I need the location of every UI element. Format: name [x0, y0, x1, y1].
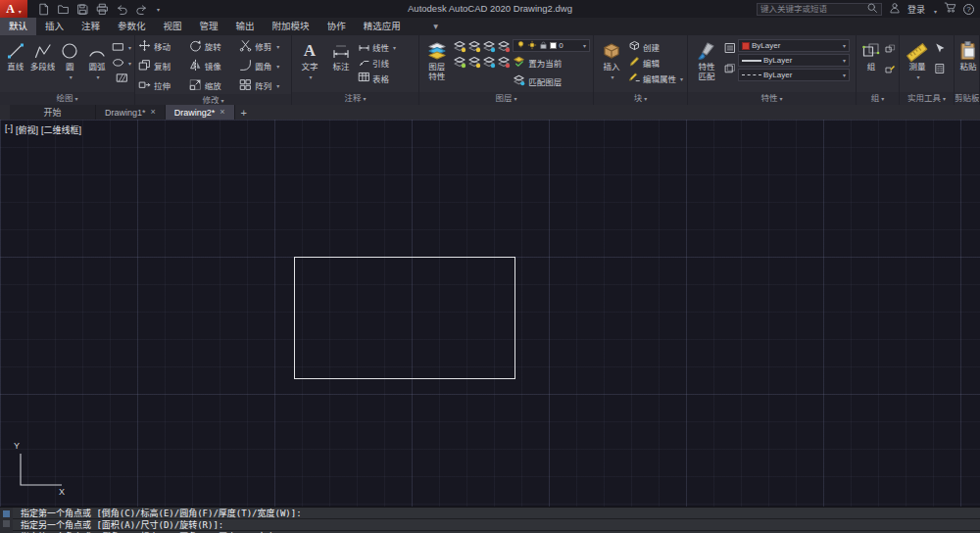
line-button[interactable]: 直线: [3, 37, 28, 73]
panel-label-modify[interactable]: 修改: [135, 94, 291, 105]
leader-button[interactable]: 引线: [358, 55, 396, 70]
visual-style-button[interactable]: [二维线框]: [41, 123, 81, 136]
new-drawing-tab-button[interactable]: +: [235, 105, 253, 120]
drawing-area[interactable]: [-] [俯视] [二维线框] Y X: [0, 120, 980, 507]
circle-button[interactable]: 圆: [58, 37, 83, 82]
insert-block-button[interactable]: 插入: [597, 37, 626, 82]
polyline-button[interactable]: 多段线: [30, 37, 56, 73]
ribbon-tab-parametric[interactable]: 参数化: [109, 18, 155, 35]
panel-label-clipboard[interactable]: 剪贴板: [955, 92, 979, 105]
viewport-menu-button[interactable]: [-]: [5, 123, 13, 136]
create-block-button[interactable]: 创建: [628, 39, 683, 54]
panel-label-draw[interactable]: 绘图: [0, 92, 134, 105]
array-button[interactable]: 阵列: [239, 77, 288, 94]
ribbon-display-toggle-button[interactable]: ▾: [423, 18, 449, 35]
undo-button[interactable]: [116, 3, 128, 16]
copy-button[interactable]: 复制: [138, 58, 187, 74]
layer-freeze-icon[interactable]: [482, 39, 496, 54]
stretch-button[interactable]: 拉伸: [138, 77, 187, 94]
ribbon-tab-featured-apps[interactable]: 精选应用: [355, 18, 410, 35]
move-button[interactable]: 移动: [138, 38, 187, 55]
measure-button[interactable]: 测量: [903, 37, 932, 82]
file-tab-start[interactable]: 开始: [10, 105, 96, 120]
object-color-select[interactable]: ByLayer: [738, 39, 850, 52]
ribbon-tab-insert[interactable]: 插入: [36, 18, 73, 35]
file-tab-drawing1[interactable]: Drawing1*×: [96, 105, 166, 120]
ribbon-tab-home[interactable]: 默认: [0, 18, 36, 35]
match-layer-button[interactable]: 匹配图层: [513, 73, 590, 89]
linetype-select[interactable]: ByLayer: [738, 69, 850, 81]
layer-on-icon[interactable]: [453, 55, 466, 70]
app-menu-button[interactable]: A: [0, 0, 27, 18]
redo-button[interactable]: [135, 3, 148, 16]
panel-label-layers[interactable]: 图层: [419, 92, 593, 105]
layer-off-icon[interactable]: [453, 39, 466, 54]
file-tab-drawing2[interactable]: Drawing2*×: [166, 105, 235, 120]
fillet-button[interactable]: 圆角: [239, 58, 288, 74]
command-prompt-line[interactable]: 指定另一个角点或 [面积(A)/尺寸(D)/旋转(R)]:: [13, 519, 980, 531]
layer-properties-button[interactable]: 图层 特性: [422, 37, 451, 81]
ribbon-tab-addins[interactable]: 附加模块: [264, 18, 318, 35]
help-icon[interactable]: [963, 4, 974, 15]
group-edit-icon[interactable]: [885, 61, 896, 78]
app-store-cart-icon[interactable]: [944, 0, 956, 18]
arc-button[interactable]: 圆弧: [84, 37, 110, 82]
layer-thaw-icon[interactable]: [467, 55, 481, 70]
dimension-button[interactable]: 标注: [326, 37, 356, 73]
plot-button[interactable]: [96, 3, 109, 16]
rectangle-tool-button[interactable]: [112, 40, 131, 53]
panel-label-groups[interactable]: 组: [857, 92, 899, 105]
properties-list-icon[interactable]: [724, 40, 736, 58]
search-icon[interactable]: [866, 0, 878, 18]
linear-dimension-button[interactable]: 线性: [358, 39, 396, 54]
trim-button[interactable]: 修剪: [239, 38, 288, 55]
ungroup-icon[interactable]: [885, 40, 896, 58]
save-button[interactable]: [76, 3, 89, 16]
paste-button[interactable]: 粘贴: [957, 37, 979, 73]
layer-unisolate-icon[interactable]: [497, 55, 511, 70]
mirror-button[interactable]: 镜像: [189, 58, 238, 74]
search-input[interactable]: [760, 4, 866, 14]
layer-unlock-icon[interactable]: [482, 55, 496, 70]
new-file-button[interactable]: [37, 3, 50, 16]
qat-dropdown-button[interactable]: [155, 6, 160, 13]
ucs-icon[interactable]: Y X: [8, 440, 69, 497]
close-icon[interactable]: ×: [220, 108, 224, 117]
edit-block-button[interactable]: 编辑: [628, 55, 683, 70]
sign-in-button[interactable]: 登录: [907, 3, 925, 16]
panel-label-utilities[interactable]: 实用工具: [900, 92, 954, 105]
ribbon-tab-manage[interactable]: 管理: [191, 18, 227, 35]
quick-select-icon[interactable]: [934, 40, 946, 58]
make-current-button[interactable]: 置为当前: [513, 54, 590, 71]
match-properties-button[interactable]: 特性 匹配: [691, 37, 722, 81]
scale-button[interactable]: 缩放: [189, 77, 238, 94]
table-button[interactable]: 表格: [358, 71, 396, 85]
rotate-button[interactable]: 旋转: [189, 38, 238, 55]
command-history[interactable]: 指定第一个角点或 [倒角(C)/标高(E)/圆角(F)/厚度(T)/宽度(W)]…: [13, 508, 980, 533]
view-controls-button[interactable]: [俯视]: [16, 123, 38, 136]
ribbon-tab-view[interactable]: 视图: [155, 18, 191, 35]
ellipse-tool-button[interactable]: [112, 56, 131, 69]
panel-label-block[interactable]: 块: [594, 92, 687, 105]
panel-label-annotation[interactable]: 注释: [292, 92, 418, 105]
edit-attributes-button[interactable]: 编辑属性: [628, 71, 683, 85]
transparency-icon[interactable]: [724, 61, 736, 78]
ucs-x-label: X: [59, 487, 65, 497]
open-file-button[interactable]: [57, 3, 70, 16]
layer-isolate-icon[interactable]: [467, 39, 481, 54]
close-icon[interactable]: ×: [151, 108, 156, 117]
panel-label-properties[interactable]: 特性: [688, 92, 856, 105]
command-prompt-line[interactable]: 指定第一个角点或 [倒角(C)/标高(E)/圆角(F)/厚度(T)/宽度(W)]…: [13, 508, 980, 519]
hatch-tool-button[interactable]: [116, 72, 128, 84]
rectangle-entity[interactable]: [294, 257, 515, 379]
ribbon-tab-annotate[interactable]: 注释: [73, 18, 109, 35]
command-customize-icon[interactable]: [3, 510, 10, 517]
ribbon-tab-collaborate[interactable]: 协作: [318, 18, 355, 35]
layer-select[interactable]: 0: [513, 39, 590, 52]
layer-lock-icon[interactable]: [497, 39, 511, 54]
ribbon-tab-output[interactable]: 输出: [227, 18, 264, 35]
text-button[interactable]: A 文字: [295, 37, 324, 82]
lineweight-select[interactable]: ByLayer: [738, 54, 850, 67]
quick-calc-icon[interactable]: [934, 61, 946, 78]
group-button[interactable]: 组: [859, 37, 883, 73]
